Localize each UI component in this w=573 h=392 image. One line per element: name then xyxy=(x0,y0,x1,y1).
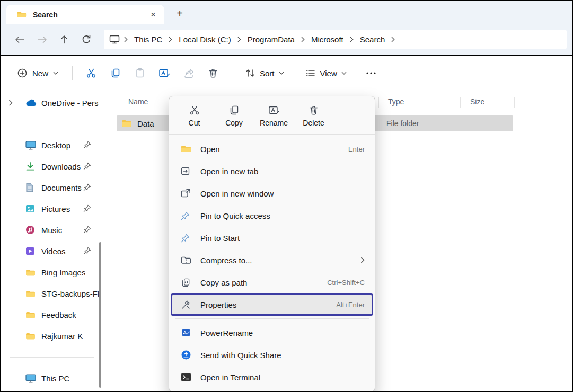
column-header-type[interactable]: Type xyxy=(388,97,404,106)
menu-item-compress-to[interactable]: Compress to... xyxy=(172,249,372,271)
menu-item-label: Pin to Quick access xyxy=(200,211,270,220)
new-tab-button[interactable]: + xyxy=(172,5,188,21)
downloads-icon xyxy=(25,162,37,171)
rename-icon xyxy=(268,105,280,115)
view-button[interactable]: View xyxy=(299,63,353,83)
music-icon xyxy=(25,225,37,235)
more-options-button[interactable] xyxy=(360,63,382,83)
sidebar-item-label: OneDrive - Pers xyxy=(41,99,99,108)
chevron-right-icon xyxy=(387,37,399,42)
breadcrumb-programdata[interactable]: ProgramData xyxy=(245,34,297,45)
menu-item-label: Compress to... xyxy=(200,256,252,265)
pin-icon xyxy=(181,234,193,243)
address-bar[interactable]: This PC Local Disk (C:) ProgramData Micr… xyxy=(104,30,567,49)
context-menu-items: Open Enter Open in new tab Open in new w… xyxy=(169,135,375,388)
tab-search[interactable]: Search × xyxy=(6,5,164,24)
sidebar-item-onedrive[interactable]: OneDrive - Pers xyxy=(1,92,103,113)
copy-icon xyxy=(229,105,240,115)
menu-item-label: Open in Terminal xyxy=(200,373,260,382)
breadcrumb-local-disk[interactable]: Local Disk (C:) xyxy=(177,34,233,45)
up-button[interactable] xyxy=(53,30,75,50)
menu-separator xyxy=(175,318,369,319)
breadcrumb-microsoft[interactable]: Microsoft xyxy=(309,34,346,45)
breadcrumb-search[interactable]: Search xyxy=(358,34,387,45)
sidebar-item-label: Music xyxy=(41,226,62,235)
back-button[interactable] xyxy=(8,30,31,50)
column-header-name[interactable]: Name xyxy=(128,97,148,106)
sidebar-scrollbar[interactable] xyxy=(99,242,101,388)
paste-button[interactable] xyxy=(128,63,152,84)
sidebar-item-this-pc[interactable]: This PC xyxy=(1,368,103,389)
navigation-bar: This PC Local Disk (C:) ProgramData Micr… xyxy=(1,24,572,56)
sidebar-item-music[interactable]: Music xyxy=(1,219,103,240)
tab-close-button[interactable]: × xyxy=(146,8,160,22)
menu-item-open-new-window[interactable]: Open in new window xyxy=(172,182,372,204)
open-new-window-icon xyxy=(181,189,193,198)
trash-icon xyxy=(208,68,218,78)
menu-item-pin-to-start[interactable]: Pin to Start xyxy=(172,227,372,249)
column-header-size[interactable]: Size xyxy=(470,97,484,106)
cut-button[interactable] xyxy=(79,63,103,84)
pin-icon xyxy=(83,204,91,212)
column-divider[interactable] xyxy=(514,97,515,108)
menu-item-pin-quick-access[interactable]: Pin to Quick access xyxy=(172,204,372,227)
menu-item-open-in-terminal[interactable]: Open in Terminal xyxy=(172,366,372,388)
chevron-right-icon xyxy=(164,37,177,42)
file-type: File folder xyxy=(386,119,419,128)
menu-item-open[interactable]: Open Enter xyxy=(172,138,372,160)
quick-action-delete[interactable]: Delete xyxy=(294,101,333,130)
new-button[interactable]: New xyxy=(10,63,66,83)
sidebar-item-rajkumar[interactable]: Rajkumar K xyxy=(1,325,103,346)
sidebar-item-videos[interactable]: Videos xyxy=(1,240,103,262)
sidebar-item-downloads[interactable]: Downloads xyxy=(1,156,103,177)
onedrive-icon xyxy=(25,99,37,107)
pin-icon xyxy=(83,183,91,191)
folder-icon xyxy=(17,11,27,19)
share-icon xyxy=(183,68,195,78)
file-explorer-window: Search × + This PC Local Disk (C:) Progr xyxy=(0,0,573,392)
sort-button[interactable]: Sort xyxy=(239,63,290,83)
column-divider[interactable] xyxy=(460,97,461,108)
rename-icon xyxy=(158,68,170,78)
column-divider[interactable] xyxy=(378,97,379,108)
menu-item-copy-as-path[interactable]: Copy as path Ctrl+Shift+C xyxy=(172,271,372,293)
sidebar-item-label: Rajkumar K xyxy=(41,332,83,341)
sidebar-item-feedback[interactable]: Feedback xyxy=(1,304,103,325)
rename-button[interactable] xyxy=(152,63,177,84)
scissors-icon xyxy=(86,68,96,78)
share-button[interactable] xyxy=(177,63,201,84)
quick-action-label: Delete xyxy=(303,119,324,127)
chevron-right-icon xyxy=(297,37,309,42)
navigation-pane: OneDrive - Pers Desktop Downloads Docume… xyxy=(1,91,103,391)
chevron-down-icon xyxy=(279,72,284,75)
folder-icon xyxy=(181,145,193,153)
chevron-right-icon xyxy=(346,37,358,42)
menu-item-properties[interactable]: Properties Alt+Enter xyxy=(171,293,373,316)
sidebar-item-documents[interactable]: Documents xyxy=(1,177,103,198)
pictures-icon xyxy=(25,204,37,213)
copy-button[interactable] xyxy=(103,63,128,84)
quick-action-cut[interactable]: Cut xyxy=(174,101,214,130)
ellipsis-icon xyxy=(366,72,376,74)
menu-item-powerrename[interactable]: PowerRename xyxy=(172,322,372,344)
sort-icon xyxy=(245,68,255,78)
sidebar-item-pictures[interactable]: Pictures xyxy=(1,198,103,219)
breadcrumb-this-pc[interactable]: This PC xyxy=(132,34,164,45)
pin-icon xyxy=(83,162,91,170)
refresh-button[interactable] xyxy=(75,30,98,50)
sidebar-item-desktop[interactable]: Desktop xyxy=(1,135,103,156)
sidebar-item-bing-images[interactable]: Bing Images xyxy=(1,262,103,283)
sidebar-divider xyxy=(10,121,94,121)
quick-action-rename[interactable]: Rename xyxy=(254,101,294,130)
quick-action-copy[interactable]: Copy xyxy=(214,101,254,130)
menu-item-open-new-tab[interactable]: Open in new tab xyxy=(172,160,372,182)
sort-button-label: Sort xyxy=(260,69,275,78)
menu-item-quick-share[interactable]: Send with Quick Share xyxy=(172,344,372,366)
menu-item-shortcut: Alt+Enter xyxy=(336,301,365,309)
sidebar-item-label: Downloads xyxy=(41,162,81,171)
forward-button[interactable] xyxy=(31,30,53,50)
quick-share-icon xyxy=(181,350,193,360)
refresh-icon xyxy=(82,35,91,44)
delete-button[interactable] xyxy=(201,63,225,84)
sidebar-item-stg-backups[interactable]: STG-backups-Fl xyxy=(1,283,103,304)
